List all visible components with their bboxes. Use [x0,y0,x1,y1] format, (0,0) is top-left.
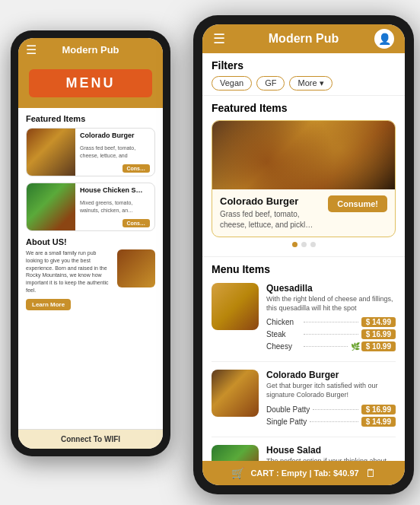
featured-card-desc: Grass fed beef, tomato, cheese, lettuce,… [220,209,328,230]
left-featured-card-2[interactable]: House Chicken S… Mixed greens, toma­to, … [26,183,155,231]
about-text: We are a small family run pub looking to… [26,249,113,294]
left-card-name-1: Colorado Burger [80,132,150,139]
filter-vegan[interactable]: Vegan [212,76,252,91]
cart-text: CART : Empty | Tab: $40.97 [250,468,358,478]
quesadilla-cheesy-label: Cheesy [266,342,301,351]
quesadilla-chicken-price: $ 14.99 [361,317,396,327]
menu-group-quesadilla: Quesadilla With the right blend of chees… [212,283,396,362]
menu-group-burger: Colorado Burger Get that burger itch sat… [212,370,396,437]
burger-single-price: $ 14.99 [361,417,396,427]
right-top-bar: ☰ Modern Pub 👤 [202,24,405,53]
burger-double-price: $ 16.99 [361,405,396,414]
filters-title: Filters [212,59,396,71]
featured-card-body: Colorado Burger Grass fed beef, tomato, … [212,189,395,237]
dot-3[interactable] [310,242,316,247]
left-featured-title: Featured Items [26,114,155,123]
burger-double-label: Double Patty [266,405,310,414]
quesadilla-steak-label: Steak [266,330,301,338]
right-phone: ☰ Modern Pub 👤 Filters Vegan GF More ▾ F… [193,15,414,494]
left-content: Featured Items Colorado Burger Grass fed… [18,108,163,429]
quesadilla-desc: With the right blend of cheese and filli… [266,295,396,313]
salad-name: House Salad [266,445,396,456]
featured-image-overlay [212,121,395,189]
quesadilla-steak-row: Steak $ 16.99 [266,329,396,339]
left-phone: ☰ Modern Pub MENU Featured Items Colorad… [11,30,170,456]
quesadilla-steak-price: $ 16.99 [361,329,396,339]
left-screen: ☰ Modern Pub MENU Featured Items Colorad… [18,38,163,449]
left-card-name-2: House Chicken S… [80,186,150,194]
right-main-content: Filters Vegan GF More ▾ Featured Items C [202,53,405,461]
right-featured-title: Featured Items [212,102,396,114]
dots-line [304,322,358,322]
burger-desc: Get that burger itch satisfied with our … [266,382,396,399]
left-burger-image [27,129,75,176]
learn-more-button[interactable]: Learn More [26,299,71,310]
salad-image [212,445,259,461]
burger-name: Colorado Burger [266,370,396,380]
featured-big-card: Colorado Burger Grass fed beef, tomato, … [212,120,396,237]
left-card-btn-1[interactable]: Cons… [123,164,151,173]
salad-content: House Salad The perfect option if your t… [266,445,396,461]
receipt-icon: 🗒 [365,467,376,479]
about-title: About US! [26,237,155,246]
filter-chips: Vegan GF More ▾ [212,76,396,91]
filter-more[interactable]: More ▾ [289,76,332,91]
consume-button[interactable]: Consume! [328,195,387,212]
burger-double-row: Double Patty $ 16.99 [266,405,396,414]
right-hamburger-icon[interactable]: ☰ [213,30,225,47]
dot-2[interactable] [301,242,307,247]
quesadilla-content: Quesadilla With the right blend of chees… [266,283,396,354]
featured-card-text: Colorado Burger Grass fed beef, tomato, … [220,195,328,230]
dots-line [304,346,348,347]
dots-line [304,334,358,335]
left-card-desc-1: Grass fed beef, toma­to, cheese, lettuce… [80,145,150,158]
left-featured-card-1[interactable]: Colorado Burger Grass fed beef, toma­to,… [26,128,155,176]
right-avatar-icon[interactable]: 👤 [374,29,394,49]
left-card-info-1: Colorado Burger Grass fed beef, toma­to,… [75,129,154,176]
burger-single-row: Single Patty $ 14.99 [266,417,396,427]
quesadilla-chicken-row: Chicken $ 14.99 [266,317,396,327]
left-card-info-2: House Chicken S… Mixed greens, toma­to, … [75,183,154,230]
menu-banner: MENU [18,62,163,108]
dots-line [313,409,358,410]
featured-card-name: Colorado Burger [220,195,328,207]
quesadilla-chicken-label: Chicken [266,318,301,326]
cart-icon: 🛒 [231,467,244,479]
burger-image [212,370,259,417]
left-bottom-bar[interactable]: Connect To WIFI [18,429,163,449]
leaf-icon: 🌿 [351,342,360,351]
about-section: About US! We are a small family run pub … [26,237,155,310]
filter-gf[interactable]: GF [256,76,285,91]
quesadilla-name: Quesadilla [266,283,396,294]
dots-line [310,421,358,422]
menu-button[interactable]: MENU [29,69,152,97]
menu-group-salad: House Salad The perfect option if your t… [212,445,396,461]
right-screen: ☰ Modern Pub 👤 Filters Vegan GF More ▾ F… [202,24,405,485]
featured-card-image [212,121,395,189]
dot-1[interactable] [292,242,298,247]
quesadilla-image [212,283,259,330]
left-app-title: Modern Pub [62,44,119,56]
right-featured-section: Featured Items Colorado Burger Grass fed… [202,96,405,257]
menu-items-section: Menu Items Quesadilla With the right ble… [202,257,405,461]
about-body: We are a small family run pub looking to… [26,249,155,310]
left-salad-image [27,183,75,230]
burger-single-label: Single Patty [266,418,307,426]
left-top-bar: ☰ Modern Pub [18,38,163,62]
about-image [117,249,155,287]
burger-content: Colorado Burger Get that burger itch sat… [266,370,396,428]
carousel-dots [212,237,396,250]
quesadilla-cheesy-row: Cheesy 🌿 $ 10.99 [266,341,396,351]
left-card-btn-2[interactable]: Cons… [123,219,151,227]
quesadilla-cheesy-price: $ 10.99 [361,341,396,351]
menu-items-title: Menu Items [212,263,396,275]
left-hamburger-icon[interactable]: ☰ [26,43,37,57]
left-card-desc-2: Mixed greens, toma­to, walnuts, chicken,… [80,199,150,213]
filters-section: Filters Vegan GF More ▾ [202,53,405,96]
right-app-title: Modern Pub [269,32,339,46]
cart-bar[interactable]: 🛒 CART : Empty | Tab: $40.97 🗒 [202,461,405,485]
